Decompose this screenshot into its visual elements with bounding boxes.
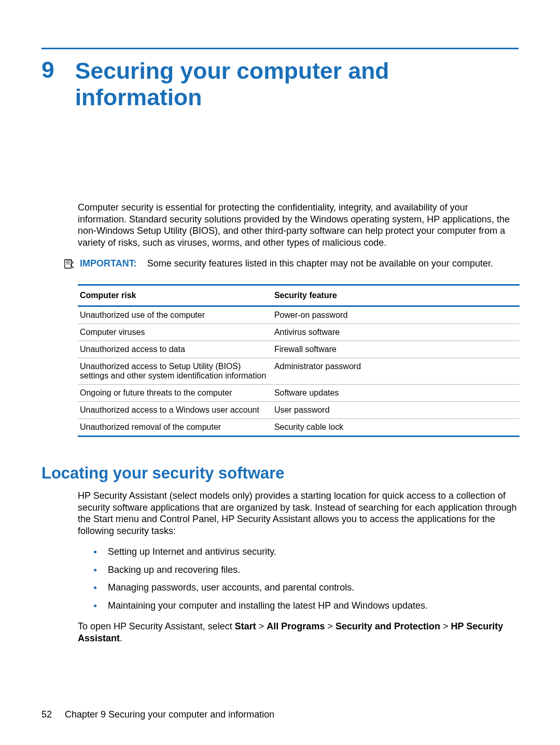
cell-feature: Security cable lock bbox=[272, 419, 520, 437]
cell-risk: Unauthorized removal of the computer bbox=[78, 419, 272, 437]
cell-risk: Unauthorized access to Setup Utility (BI… bbox=[78, 358, 272, 385]
chapter-title: Securing your computer and information bbox=[75, 58, 519, 110]
cell-feature: Firewall software bbox=[272, 341, 520, 358]
section-paragraph: HP Security Assistant (select models onl… bbox=[78, 490, 519, 537]
list-item: Maintaining your computer and installing… bbox=[93, 600, 519, 612]
list-item: Managing passwords, user accounts, and p… bbox=[93, 582, 519, 594]
intro-paragraph: Computer security is essential for prote… bbox=[78, 202, 519, 248]
header-feature: Security feature bbox=[272, 285, 520, 306]
open-path-prefix: To open HP Security Assistant, select bbox=[78, 621, 235, 631]
top-rule bbox=[41, 48, 519, 49]
table-row: Unauthorized use of the computer Power-o… bbox=[78, 306, 520, 324]
list-item: Backing up and recovering files. bbox=[93, 564, 519, 576]
important-body bbox=[139, 258, 147, 269]
table-row: Unauthorized access to data Firewall sof… bbox=[78, 341, 520, 358]
cell-risk: Unauthorized use of the computer bbox=[78, 306, 272, 324]
path-sep: > bbox=[325, 621, 335, 631]
path-security-protection: Security and Protection bbox=[335, 621, 440, 631]
important-note: IMPORTANT: Some security features listed… bbox=[63, 258, 519, 270]
table-header-row: Computer risk Security feature bbox=[78, 285, 520, 306]
table-row: Unauthorized access to a Windows user ac… bbox=[78, 402, 520, 419]
section-body: HP Security Assistant (select models onl… bbox=[78, 490, 519, 644]
intro-block: Computer security is essential for prote… bbox=[78, 202, 519, 248]
table-row: Unauthorized removal of the computer Sec… bbox=[78, 419, 520, 437]
header-risk: Computer risk bbox=[78, 285, 272, 306]
table-row: Computer viruses Antivirus software bbox=[78, 324, 520, 341]
path-start: Start bbox=[235, 621, 256, 631]
important-text: IMPORTANT: Some security features listed… bbox=[80, 258, 493, 270]
bullet-list: Setting up Internet and antivirus securi… bbox=[93, 546, 519, 611]
table-row: Ongoing or future threats to the compute… bbox=[78, 385, 520, 402]
important-label: IMPORTANT: bbox=[80, 258, 137, 269]
cell-risk: Computer viruses bbox=[78, 324, 272, 341]
risk-feature-table: Computer risk Security feature Unauthori… bbox=[78, 284, 520, 437]
open-path: To open HP Security Assistant, select St… bbox=[78, 621, 519, 644]
open-path-suffix: . bbox=[120, 633, 122, 643]
cell-risk: Ongoing or future threats to the compute… bbox=[78, 385, 272, 402]
section-heading: Locating your security software bbox=[41, 464, 519, 483]
cell-risk: Unauthorized access to a Windows user ac… bbox=[78, 402, 272, 419]
table-row: Unauthorized access to Setup Utility (BI… bbox=[78, 358, 520, 385]
cell-feature: User password bbox=[272, 402, 520, 419]
cell-feature: Software updates bbox=[272, 385, 520, 402]
page-footer: 52 Chapter 9 Securing your computer and … bbox=[41, 709, 274, 720]
page-number: 52 bbox=[41, 709, 52, 720]
page: 9 Securing your computer and information… bbox=[0, 0, 560, 665]
cell-risk: Unauthorized access to data bbox=[78, 341, 272, 358]
important-icon bbox=[63, 258, 75, 270]
chapter-heading: 9 Securing your computer and information bbox=[41, 58, 519, 110]
list-item: Setting up Internet and antivirus securi… bbox=[93, 546, 519, 558]
path-sep: > bbox=[440, 621, 451, 631]
cell-feature: Antivirus software bbox=[272, 324, 520, 341]
cell-feature: Administrator password bbox=[272, 358, 520, 385]
important-body-text: Some security features listed in this ch… bbox=[147, 258, 493, 269]
chapter-number: 9 bbox=[41, 58, 54, 83]
path-sep: > bbox=[256, 621, 267, 631]
cell-feature: Power-on password bbox=[272, 306, 520, 324]
footer-chapter-label: Chapter 9 Securing your computer and inf… bbox=[65, 709, 274, 720]
path-all-programs: All Programs bbox=[267, 621, 325, 631]
